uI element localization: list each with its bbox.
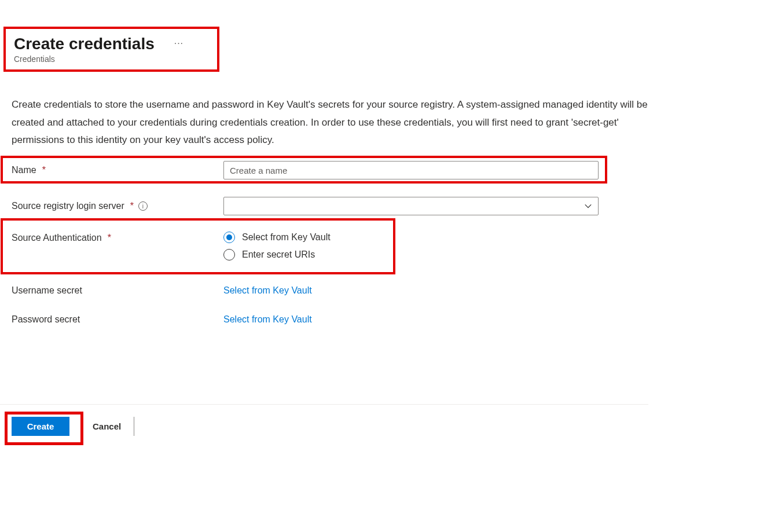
footer-divider xyxy=(0,404,648,405)
required-indicator: * xyxy=(42,165,46,175)
source-auth-label-text: Source Authentication xyxy=(12,233,102,243)
source-registry-dropdown[interactable] xyxy=(223,197,599,215)
source-auth-row: Source Authentication * Select from Key … xyxy=(1,226,609,266)
username-secret-label-text: Username secret xyxy=(12,285,82,296)
source-auth-label: Source Authentication * xyxy=(12,232,223,243)
radio-select-keyvault[interactable]: Select from Key Vault xyxy=(223,232,331,243)
name-input[interactable] xyxy=(223,161,599,179)
username-secret-link[interactable]: Select from Key Vault xyxy=(223,285,312,296)
source-auth-radio-group: Select from Key Vault Enter secret URIs xyxy=(223,232,331,261)
required-indicator: * xyxy=(130,201,134,211)
source-registry-label-text: Source registry login server xyxy=(12,201,124,211)
radio-icon-unselected xyxy=(223,249,235,261)
cancel-button[interactable]: Cancel xyxy=(80,417,134,436)
page-subtitle: Credentials xyxy=(14,54,209,64)
radio-dot xyxy=(226,234,232,240)
create-button[interactable]: Create xyxy=(12,417,69,436)
info-icon[interactable]: i xyxy=(138,201,148,211)
password-secret-row: Password secret Select from Key Vault xyxy=(1,307,609,332)
source-registry-row: Source registry login server * i xyxy=(1,192,609,220)
name-label: Name * xyxy=(12,165,223,175)
required-indicator: * xyxy=(108,233,111,243)
radio-uris-label: Enter secret URIs xyxy=(242,250,315,260)
name-label-text: Name xyxy=(12,165,36,175)
source-registry-label: Source registry login server * i xyxy=(12,201,223,211)
password-secret-link[interactable]: Select from Key Vault xyxy=(223,314,312,325)
more-icon[interactable]: ··· xyxy=(174,38,184,49)
chevron-down-icon xyxy=(584,202,592,210)
password-secret-label: Password secret xyxy=(12,314,223,325)
page-title: Create credentials xyxy=(14,35,155,53)
radio-keyvault-label: Select from Key Vault xyxy=(242,232,331,243)
username-secret-row: Username secret Select from Key Vault xyxy=(1,278,609,303)
description-text: Create credentials to store the username… xyxy=(12,96,648,149)
page-header: Create credentials ··· Credentials xyxy=(3,27,219,72)
name-row: Name * xyxy=(1,156,609,184)
password-secret-label-text: Password secret xyxy=(12,314,80,325)
footer-actions: Create Cancel xyxy=(12,417,134,436)
radio-icon-selected xyxy=(223,232,235,243)
username-secret-label: Username secret xyxy=(12,285,223,296)
form-area: Name * Source registry login server * i … xyxy=(1,156,609,332)
radio-enter-uris[interactable]: Enter secret URIs xyxy=(223,249,331,261)
